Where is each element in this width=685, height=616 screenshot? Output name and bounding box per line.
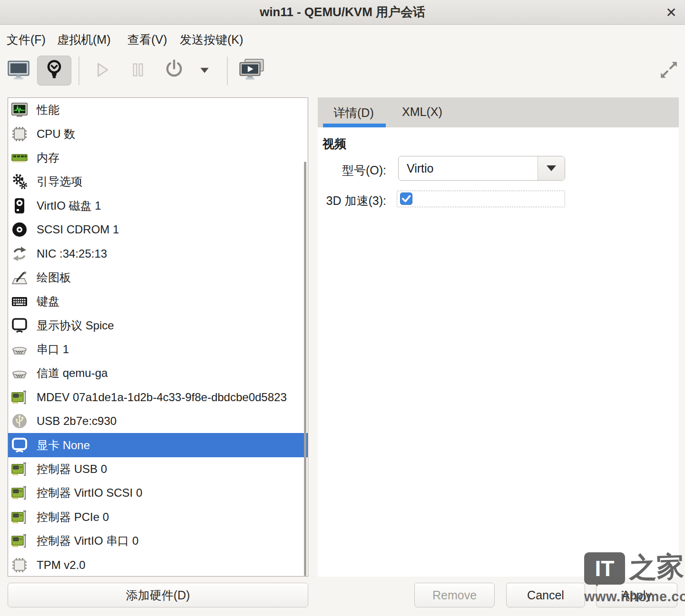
accel-3d-focus-outline [397,191,565,207]
chevron-down-icon [198,64,211,78]
add-hardware-button[interactable]: 添加硬件(D) [8,583,308,607]
hardware-item[interactable]: SCSI CDROM 1 [8,218,308,241]
hardware-item-label: 内存 [37,150,59,165]
hardware-item[interactable]: 绘图板 [8,266,308,289]
toolbar-separator [227,57,228,85]
cpu-icon [11,125,28,143]
details-pane: 视频 型号(O): Virtio 3D 加速(3): [318,127,679,577]
hardware-item-label: TPM v2.0 [37,558,86,572]
pause-icon [127,59,149,83]
show-hardware-details-icon [43,58,66,83]
toolbar [0,53,685,93]
tablet-icon [11,269,28,286]
hardware-item-label: 键盘 [37,294,59,309]
pci-card-icon [11,509,28,526]
hardware-item[interactable]: 键盘 [8,289,308,313]
hardware-item[interactable]: TPM v2.0 [8,553,308,577]
pause-button[interactable] [125,57,151,85]
performance-icon [11,101,28,118]
hardware-item-label: SCSI CDROM 1 [37,223,119,236]
run-button[interactable] [88,57,115,85]
pci-card-icon [11,484,28,501]
menubar: 文件(F) 虚拟机(M) 查看(V) 发送按键(K) [0,25,685,53]
hardware-item[interactable]: 显卡 None [8,433,308,457]
dropdown-arrow-button[interactable] [538,156,565,180]
ithome-url: www.ithome.com [584,589,685,605]
hardware-item[interactable]: VirtIO 磁盘 1 [8,194,308,218]
hardware-item[interactable]: USB 2b7e:c930 [8,409,308,433]
toolbar-separator [78,57,79,85]
serial-icon [11,365,28,382]
active-tab-indicator [323,124,386,127]
tab-xml[interactable]: XML(X) [402,105,442,119]
hardware-item-label: 引导选项 [37,174,82,189]
boot-options-icon [11,173,28,190]
show-hardware-details-button[interactable] [37,56,71,86]
hardware-item-label: MDEV 07a1de1a-1d2b-4c33-9f8e-dbdcbe0d582… [37,391,287,404]
keyboard-icon [11,293,28,310]
hardware-item-label: 性能 [37,102,59,117]
hardware-item-label: CPU 数 [37,126,75,142]
serial-icon [11,341,28,358]
hardware-item-label: 控制器 VirtIO 串口 0 [37,533,138,549]
hardware-item-label: 信道 qemu-ga [37,366,108,381]
menu-virtual-machine[interactable]: 虚拟机(M) [57,32,110,48]
hardware-item-label: NIC :34:25:13 [37,247,107,260]
window-title: win11 - QEMU/KVM 用户会话 [260,4,425,20]
hardware-item[interactable]: 控制器 PCIe 0 [8,505,308,529]
cancel-button[interactable]: Cancel [506,583,585,607]
hardware-item[interactable]: 控制器 VirtIO 串口 0 [8,529,308,553]
pci-card-icon [11,461,28,478]
chevron-down-icon [547,165,556,171]
video-model-select[interactable]: Virtio [398,156,565,181]
hardware-item[interactable]: 控制器 VirtIO SCSI 0 [8,481,308,505]
power-icon [163,58,186,83]
hardware-item[interactable]: CPU 数 [8,122,308,145]
pci-card-icon [11,532,28,549]
hardware-item[interactable]: 引导选项 [8,170,308,193]
usb-icon [11,413,28,430]
virtual-display-icon [238,58,265,84]
video-icon [11,437,28,454]
hardware-item-label: 控制器 USB 0 [37,462,107,477]
list-scrollbar[interactable] [304,162,306,576]
virtual-display-button[interactable] [237,56,266,86]
show-console-button[interactable] [6,57,31,85]
disk-icon [11,197,28,214]
ithome-watermark: IT 之家 www.ithome.com [584,552,685,605]
memory-icon [11,149,28,166]
menu-view[interactable]: 查看(V) [127,32,167,48]
play-icon [90,58,113,83]
tab-details[interactable]: 详情(D) [333,105,374,121]
ithome-logo: IT [584,552,625,585]
shutdown-menu-button[interactable] [194,59,215,82]
hardware-item[interactable]: NIC :34:25:13 [8,241,308,265]
hardware-item-label: 显卡 None [37,438,90,453]
pci-card-icon [11,389,28,406]
accel-3d-checkbox[interactable] [400,192,412,205]
hardware-item-label: USB 2b7e:c930 [37,414,117,428]
hardware-item[interactable]: MDEV 07a1de1a-1d2b-4c33-9f8e-dbdcbe0d582… [8,385,308,409]
hardware-item[interactable]: 内存 [8,146,308,170]
hardware-item-label: 绘图板 [37,270,71,285]
hardware-item[interactable]: 性能 [8,98,308,122]
hardware-item-label: 控制器 PCIe 0 [37,510,109,525]
display-icon [11,317,28,334]
hardware-item[interactable]: 串口 1 [8,337,308,361]
menu-send-key[interactable]: 发送按键(K) [180,32,243,48]
accel-3d-label: 3D 加速(3): [318,193,386,209]
remove-button[interactable]: Remove [414,583,495,607]
tpm-icon [11,557,28,574]
shutdown-button[interactable] [161,57,187,85]
fullscreen-icon [658,59,680,83]
hardware-item[interactable]: 信道 qemu-ga [8,361,308,385]
fullscreen-button[interactable] [657,59,680,83]
hardware-item-label: 显示协议 Spice [37,318,114,333]
ithome-logo-suffix: 之家 [628,551,685,584]
hardware-list: 性能CPU 数内存引导选项VirtIO 磁盘 1SCSI CDROM 1NIC … [8,97,308,577]
cdrom-icon [11,221,28,238]
close-icon[interactable]: ✕ [663,4,679,20]
menu-file[interactable]: 文件(F) [7,32,46,48]
hardware-item[interactable]: 显示协议 Spice [8,314,308,337]
hardware-item[interactable]: 控制器 USB 0 [8,457,308,481]
